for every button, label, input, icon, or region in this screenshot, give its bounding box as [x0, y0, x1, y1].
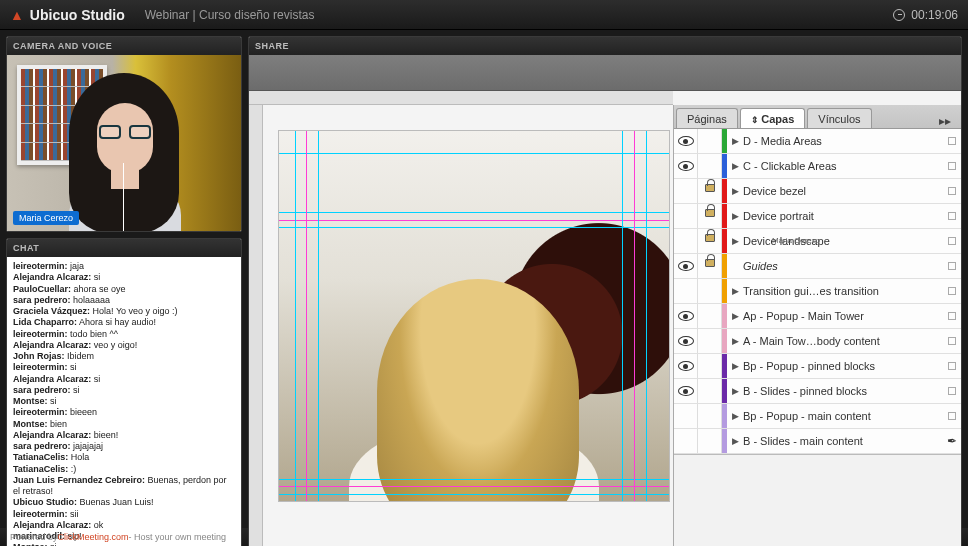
layer-visibility-toggle[interactable]: [674, 329, 698, 353]
layer-lock-toggle[interactable]: [698, 254, 722, 278]
chat-line: sara pedrero: holaaaaa: [13, 295, 235, 306]
disclosure-triangle-icon[interactable]: ▶: [727, 236, 743, 246]
layers-panel[interactable]: Páginas Capas Vínculos ▸▸ ▶D - Media Are…: [673, 105, 961, 546]
camera-feed[interactable]: Maria Cerezo: [7, 55, 241, 231]
layer-name[interactable]: Bp - Popup - pinned blocks: [743, 360, 943, 372]
layer-selection-indicator[interactable]: [943, 287, 961, 295]
layer-name[interactable]: Ap - Popup - Main Tower: [743, 310, 943, 322]
layer-row[interactable]: ▶Device bezel: [674, 179, 961, 204]
layer-lock-toggle[interactable]: [698, 354, 722, 378]
chat-user: John Rojas:: [13, 351, 65, 361]
layer-name[interactable]: A - Main Tow…body content: [743, 335, 943, 347]
layers-panel-tabs: Páginas Capas Vínculos ▸▸: [674, 105, 961, 129]
layer-row[interactable]: ▶A - Main Tow…body content: [674, 329, 961, 354]
layer-selection-indicator[interactable]: [943, 387, 961, 395]
layer-selection-indicator[interactable]: [943, 362, 961, 370]
layer-name[interactable]: C - Clickable Areas: [743, 160, 943, 172]
layer-name[interactable]: Device bezel: [743, 185, 943, 197]
disclosure-triangle-icon[interactable]: ▶: [727, 136, 743, 146]
footer-link[interactable]: ClickMeeting.com: [58, 532, 129, 542]
layer-selection-indicator[interactable]: [943, 312, 961, 320]
disclosure-triangle-icon[interactable]: ▶: [727, 311, 743, 321]
layer-selection-indicator[interactable]: ✒: [943, 434, 961, 448]
layer-lock-toggle[interactable]: [698, 379, 722, 403]
disclosure-triangle-icon[interactable]: ▶: [727, 411, 743, 421]
layer-visibility-toggle[interactable]: [674, 154, 698, 178]
layer-selection-indicator[interactable]: [943, 412, 961, 420]
layer-lock-toggle[interactable]: [698, 129, 722, 153]
selection-box-icon: [948, 287, 956, 295]
layer-visibility-toggle[interactable]: [674, 229, 698, 253]
disclosure-triangle-icon[interactable]: ▶: [727, 186, 743, 196]
disclosure-triangle-icon[interactable]: ▶: [727, 361, 743, 371]
layer-selection-indicator[interactable]: [943, 337, 961, 345]
chat-line: TatianaCelis: Hola: [13, 452, 235, 463]
layer-name[interactable]: B - Slides - pinned blocks: [743, 385, 943, 397]
layer-visibility-toggle[interactable]: [674, 429, 698, 453]
layer-row[interactable]: ▶B - Slides - main content✒: [674, 429, 961, 454]
presenter-name-tag: Maria Cerezo: [13, 211, 79, 225]
layer-name[interactable]: Device portrait: [743, 210, 943, 222]
layer-row[interactable]: ▶Bp - Popup - pinned blocks: [674, 354, 961, 379]
disclosure-triangle-icon[interactable]: ▶: [727, 336, 743, 346]
layer-name[interactable]: Transition gui…es transition: [743, 285, 943, 297]
layer-visibility-toggle[interactable]: [674, 279, 698, 303]
disclosure-triangle-icon[interactable]: ▶: [727, 161, 743, 171]
layer-row[interactable]: ▶Bp - Popup - main content: [674, 404, 961, 429]
tab-paginas[interactable]: Páginas: [676, 108, 738, 128]
layer-name[interactable]: Guides: [743, 260, 943, 272]
layer-selection-indicator[interactable]: [943, 162, 961, 170]
layer-selection-indicator[interactable]: [943, 212, 961, 220]
chat-message: ahora se oye: [71, 284, 126, 294]
layer-lock-toggle[interactable]: [698, 329, 722, 353]
chat-log[interactable]: leireotermin: jajaAlejandra Alcaraz: siP…: [7, 257, 241, 546]
chat-user: Graciela Vázquez:: [13, 306, 90, 316]
eye-icon: [678, 311, 694, 321]
tab-capas[interactable]: Capas: [740, 108, 806, 128]
chat-user: sara pedrero:: [13, 441, 71, 451]
top-bar: ▲ Ubicuo Studio Webinar | Curso diseño r…: [0, 0, 968, 30]
layer-visibility-toggle[interactable]: [674, 404, 698, 428]
tab-vinculos[interactable]: Vínculos: [807, 108, 871, 128]
layer-selection-indicator[interactable]: [943, 262, 961, 270]
indesign-workspace[interactable]: Páginas Capas Vínculos ▸▸ ▶D - Media Are…: [249, 91, 961, 546]
layer-row[interactable]: ▶D - Media Areas: [674, 129, 961, 154]
layer-name[interactable]: D - Media Areas: [743, 135, 943, 147]
layer-visibility-toggle[interactable]: [674, 254, 698, 278]
layer-lock-toggle[interactable]: [698, 179, 722, 203]
layer-lock-toggle[interactable]: [698, 279, 722, 303]
layers-list: ▶D - Media Areas▶C - Clickable Areas▶Dev…: [674, 129, 961, 455]
layer-visibility-toggle[interactable]: [674, 129, 698, 153]
layer-selection-indicator[interactable]: [943, 187, 961, 195]
layer-visibility-toggle[interactable]: [674, 204, 698, 228]
layer-selection-indicator[interactable]: [943, 137, 961, 145]
disclosure-triangle-icon[interactable]: ▶: [727, 436, 743, 446]
chat-user: Alejandra Alcaraz:: [13, 374, 91, 384]
layer-row[interactable]: Guides: [674, 254, 961, 279]
layer-selection-indicator[interactable]: [943, 237, 961, 245]
layer-lock-toggle[interactable]: [698, 204, 722, 228]
disclosure-triangle-icon[interactable]: ▶: [727, 211, 743, 221]
layer-name[interactable]: B - Slides - main content: [743, 435, 943, 447]
layer-row[interactable]: ▶Device portrait: [674, 204, 961, 229]
disclosure-triangle-icon[interactable]: ▶: [727, 286, 743, 296]
layer-lock-toggle[interactable]: [698, 229, 722, 253]
layer-lock-toggle[interactable]: [698, 154, 722, 178]
artboard[interactable]: [279, 131, 669, 501]
layer-visibility-toggle[interactable]: [674, 379, 698, 403]
chat-message: bieen!: [91, 430, 118, 440]
layer-lock-toggle[interactable]: [698, 404, 722, 428]
chat-message: si: [91, 272, 100, 282]
layer-row[interactable]: ▶B - Slides - pinned blocks: [674, 379, 961, 404]
layer-row[interactable]: ▶Ap - Popup - Main Tower: [674, 304, 961, 329]
panel-more-icon[interactable]: ▸▸: [929, 114, 961, 128]
layer-lock-toggle[interactable]: [698, 304, 722, 328]
disclosure-triangle-icon[interactable]: ▶: [727, 386, 743, 396]
layer-row[interactable]: ▶C - Clickable Areas: [674, 154, 961, 179]
layer-visibility-toggle[interactable]: [674, 354, 698, 378]
layer-row[interactable]: ▶Transition gui…es transition: [674, 279, 961, 304]
layer-visibility-toggle[interactable]: [674, 304, 698, 328]
layer-name[interactable]: Bp - Popup - main content: [743, 410, 943, 422]
layer-lock-toggle[interactable]: [698, 429, 722, 453]
layer-visibility-toggle[interactable]: [674, 179, 698, 203]
